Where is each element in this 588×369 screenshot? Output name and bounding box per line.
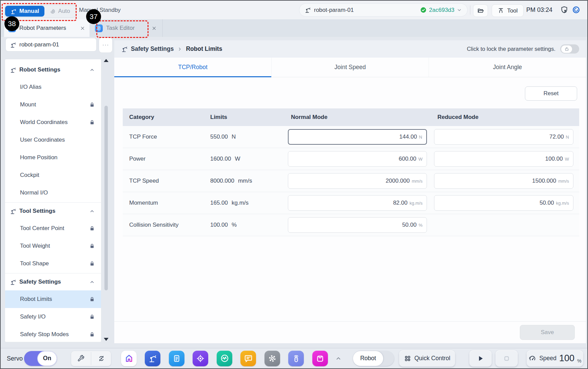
robot-arm-app-icon[interactable] — [145, 351, 160, 366]
table-row: Power 1600.00W 600.00W 100.00W — [123, 148, 579, 170]
sidebar-menu-item[interactable]: Tool Settings — [5, 202, 101, 220]
more-icon: ··· — [102, 42, 109, 48]
chevron-down-icon[interactable] — [456, 7, 462, 13]
tab-task-editor[interactable]: Task Editor — [90, 19, 163, 37]
check-circle-icon — [420, 7, 427, 13]
speed-indicator[interactable]: Speed 100 % — [527, 350, 583, 367]
sidebar-menu-item[interactable]: Tool Shape — [5, 255, 101, 272]
normal-mode-input[interactable]: 144.00N — [288, 129, 427, 145]
tab-label: Task Editor — [106, 25, 151, 32]
mode-toggle[interactable]: Manual Auto — [4, 5, 76, 18]
auto-mode-icon — [50, 8, 56, 15]
sidebar-menu-item[interactable]: Home Position — [5, 149, 101, 166]
tab-tcp-robot[interactable]: TCP/Robot — [114, 58, 271, 77]
reduced-mode-input[interactable]: 50.00kg.m/s — [434, 195, 573, 211]
sidebar-menu-item[interactable]: Robot Limits — [5, 290, 101, 308]
save-button[interactable]: Save — [520, 325, 575, 340]
scrollbar-thumb[interactable] — [104, 106, 108, 290]
reduced-mode-input[interactable]: 72.00N — [434, 129, 573, 145]
table-row: TCP Force 550.00N 144.00N 72.00N — [123, 126, 579, 148]
bottom-bar: Servo On Robot Quick Control Speed 100 % — [1, 348, 587, 368]
reduced-mode-input[interactable]: 1500.000mm/s — [434, 173, 573, 189]
lock-icon — [89, 243, 95, 249]
servo-label: Servo — [7, 355, 23, 362]
sidebar-menu-item[interactable]: Cockpit — [5, 166, 101, 184]
chevron-up-icon[interactable] — [335, 355, 342, 362]
tool-button[interactable]: Tool — [492, 4, 524, 17]
sidebar-item-label: Tool Shape — [20, 260, 89, 267]
unlock-icon — [561, 45, 572, 53]
parameter-file-input[interactable]: robot-param-01 — [5, 38, 97, 52]
settings-app-icon[interactable] — [264, 351, 280, 366]
panel-footer: Save — [114, 321, 586, 343]
sidebar-item-label: Normal I/O — [20, 189, 95, 196]
sidebar-menu-item[interactable]: Safety I/O — [5, 308, 101, 326]
sidebar-menu-item[interactable]: Mount — [5, 96, 101, 114]
open-file-button[interactable] — [473, 4, 488, 17]
jog-app-icon[interactable] — [193, 351, 208, 366]
lock-icon — [89, 332, 95, 337]
breadcrumb-section[interactable]: Safety Settings — [131, 45, 174, 53]
robot-arm-icon — [10, 67, 16, 73]
sidebar-menu-item[interactable]: Safety Settings — [5, 273, 101, 290]
log-app-icon[interactable] — [240, 351, 256, 366]
scrollbar-down-arrow[interactable] — [104, 338, 109, 341]
normal-mode-input[interactable]: 82.00kg.m/s — [288, 195, 427, 211]
grid-icon — [404, 355, 411, 362]
recovery-icon[interactable] — [572, 6, 580, 14]
normal-mode-input[interactable]: 50.00% — [288, 217, 427, 233]
sidebar-menu-item[interactable]: User Coordinates — [5, 131, 101, 149]
sidebar-menu-item[interactable]: I/O Alias — [5, 78, 101, 96]
table-row: Collision Sensitivity 100.00% 50.00% — [123, 214, 579, 236]
tab-joint-angle[interactable]: Joint Angle — [429, 58, 586, 77]
store-app-icon[interactable] — [312, 351, 328, 366]
limit-cell: 100.00% — [209, 222, 288, 228]
more-options-button[interactable]: ··· — [99, 37, 113, 53]
sidebar-menu-item[interactable]: Tool Weight — [5, 237, 101, 255]
scrollbar-up-arrow[interactable] — [104, 59, 109, 62]
sidebar-menu-item[interactable]: Robot Settings — [5, 61, 101, 78]
stop-button[interactable] — [495, 350, 518, 367]
sidebar-item-label: Tool Weight — [20, 243, 89, 249]
sidebar-menu-item[interactable]: Safety Stop Modes — [5, 326, 101, 342]
column-header-category: Category — [123, 114, 209, 121]
reduced-mode-input[interactable]: 100.00W — [434, 151, 573, 167]
column-header-limits: Limits — [209, 114, 288, 121]
parameter-lock-toggle[interactable] — [560, 44, 579, 54]
sidebar-item-label: User Coordinates — [20, 137, 95, 143]
limits-tab-strip: TCP/Robot Joint Speed Joint Angle — [114, 58, 586, 77]
breadcrumb-page: Robot Limits — [186, 45, 222, 53]
sidebar-menu-item[interactable]: Normal I/O — [5, 184, 101, 202]
remote-control-app-icon[interactable] — [288, 351, 304, 366]
safety-password-icon[interactable] — [560, 6, 568, 14]
active-parameter-pill[interactable]: robot-param-01 2ac693d3 — [299, 3, 468, 17]
close-icon[interactable] — [80, 25, 85, 31]
manual-mode-button[interactable]: Manual — [5, 6, 44, 17]
home-app-icon[interactable] — [121, 351, 137, 366]
table-row: TCP Speed 8000.000mm/s 2000.000mm/s 1500… — [123, 170, 579, 192]
robot-mode-switch[interactable]: Robot — [353, 351, 394, 366]
sidebar-menu-item[interactable]: Tool Center Point — [5, 220, 101, 237]
close-icon[interactable] — [151, 25, 157, 31]
monitoring-app-icon[interactable] — [217, 351, 232, 366]
tab-joint-speed[interactable]: Joint Speed — [271, 58, 429, 77]
sidebar-menu: Robot Settings I/O Alias Mount World Coo… — [5, 59, 101, 342]
parameter-file-name: robot-param-01 — [19, 41, 59, 48]
reset-button[interactable]: Reset — [525, 86, 577, 101]
sync-move-button[interactable] — [91, 351, 111, 366]
quick-control-button[interactable]: Quick Control — [399, 350, 455, 367]
normal-mode-input[interactable]: 2000.000mm/s — [288, 173, 427, 189]
sidebar-menu-item[interactable]: World Coordinates — [5, 114, 101, 131]
wrench-button[interactable] — [71, 351, 91, 366]
commit-hash: 2ac693d3 — [429, 7, 454, 14]
auto-mode-button[interactable]: Auto — [44, 6, 75, 17]
normal-mode-input[interactable]: 600.00W — [288, 151, 427, 167]
task-app-icon[interactable] — [169, 351, 184, 366]
play-button[interactable] — [469, 350, 492, 367]
parameter-name: robot-param-01 — [314, 7, 420, 14]
servo-toggle[interactable]: On — [24, 351, 57, 366]
annotation-badge-37: 37 — [86, 9, 101, 24]
limit-cell: 1600.00W — [209, 156, 288, 162]
sidebar-item-label: Cockpit — [20, 172, 95, 179]
servo-state-label: On — [37, 351, 57, 366]
